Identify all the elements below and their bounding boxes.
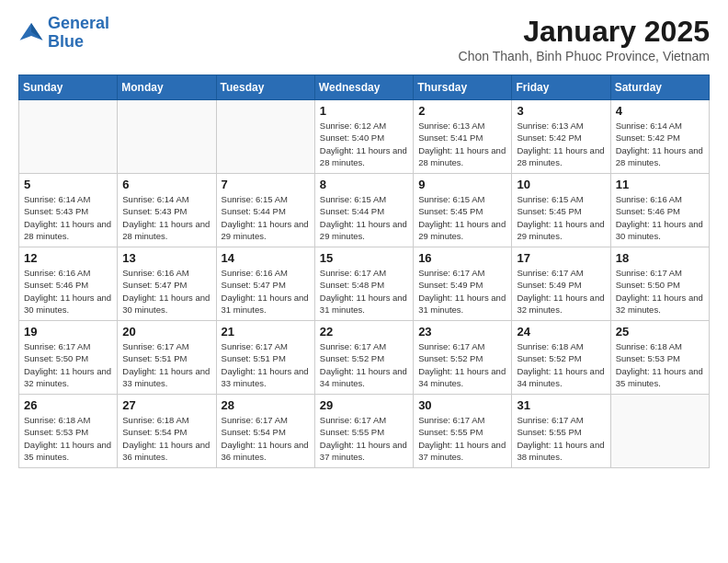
day-number: 18 <box>616 251 704 265</box>
page-header: General Blue January 2025 Chon Thanh, Bi… <box>18 15 710 63</box>
week-row-3: 12Sunrise: 6:16 AM Sunset: 5:46 PM Dayli… <box>19 247 710 321</box>
day-info: Sunrise: 6:13 AM Sunset: 5:42 PM Dayligh… <box>517 120 605 168</box>
day-number: 12 <box>24 251 112 265</box>
day-info: Sunrise: 6:17 AM Sunset: 5:55 PM Dayligh… <box>517 414 605 463</box>
calendar-cell: 10Sunrise: 6:15 AM Sunset: 5:45 PM Dayli… <box>512 174 610 247</box>
week-row-4: 19Sunrise: 6:17 AM Sunset: 5:50 PM Dayli… <box>19 321 710 395</box>
day-number: 13 <box>122 251 210 265</box>
day-info: Sunrise: 6:14 AM Sunset: 5:43 PM Dayligh… <box>24 193 112 242</box>
day-info: Sunrise: 6:17 AM Sunset: 5:51 PM Dayligh… <box>122 340 210 389</box>
day-info: Sunrise: 6:17 AM Sunset: 5:50 PM Dayligh… <box>616 267 704 316</box>
day-info: Sunrise: 6:15 AM Sunset: 5:45 PM Dayligh… <box>418 193 506 242</box>
header-tuesday: Tuesday <box>216 75 314 100</box>
week-row-5: 26Sunrise: 6:18 AM Sunset: 5:53 PM Dayli… <box>19 395 710 468</box>
calendar-cell <box>216 100 314 174</box>
calendar-cell <box>610 395 709 468</box>
calendar-cell: 26Sunrise: 6:18 AM Sunset: 5:53 PM Dayli… <box>19 395 118 468</box>
day-info: Sunrise: 6:17 AM Sunset: 5:55 PM Dayligh… <box>418 414 506 463</box>
calendar-cell: 23Sunrise: 6:17 AM Sunset: 5:52 PM Dayli… <box>414 321 512 395</box>
calendar-cell: 9Sunrise: 6:15 AM Sunset: 5:45 PM Daylig… <box>414 174 512 247</box>
day-info: Sunrise: 6:16 AM Sunset: 5:47 PM Dayligh… <box>222 267 310 316</box>
calendar-cell: 24Sunrise: 6:18 AM Sunset: 5:52 PM Dayli… <box>512 321 610 395</box>
day-number: 17 <box>517 251 605 265</box>
calendar-cell: 17Sunrise: 6:17 AM Sunset: 5:49 PM Dayli… <box>512 247 610 321</box>
day-info: Sunrise: 6:15 AM Sunset: 5:44 PM Dayligh… <box>320 193 408 242</box>
calendar-cell: 30Sunrise: 6:17 AM Sunset: 5:55 PM Dayli… <box>414 395 512 468</box>
day-info: Sunrise: 6:14 AM Sunset: 5:42 PM Dayligh… <box>616 120 704 168</box>
day-info: Sunrise: 6:18 AM Sunset: 5:52 PM Dayligh… <box>517 340 605 389</box>
month-title: January 2025 <box>459 15 710 49</box>
calendar-cell: 31Sunrise: 6:17 AM Sunset: 5:55 PM Dayli… <box>512 395 610 468</box>
calendar-cell: 8Sunrise: 6:15 AM Sunset: 5:44 PM Daylig… <box>314 174 413 247</box>
title-block: January 2025 Chon Thanh, Binh Phuoc Prov… <box>459 15 710 63</box>
day-info: Sunrise: 6:15 AM Sunset: 5:45 PM Dayligh… <box>517 193 605 242</box>
day-info: Sunrise: 6:17 AM Sunset: 5:52 PM Dayligh… <box>320 340 408 389</box>
header-friday: Friday <box>512 75 610 100</box>
day-number: 15 <box>320 251 408 265</box>
day-number: 21 <box>222 325 310 339</box>
day-number: 4 <box>616 104 704 118</box>
day-number: 16 <box>418 251 506 265</box>
calendar-cell: 4Sunrise: 6:14 AM Sunset: 5:42 PM Daylig… <box>610 100 709 174</box>
day-number: 8 <box>320 178 408 191</box>
header-wednesday: Wednesday <box>314 75 413 100</box>
day-number: 25 <box>616 325 704 339</box>
day-number: 7 <box>222 178 310 191</box>
calendar-cell: 28Sunrise: 6:17 AM Sunset: 5:54 PM Dayli… <box>216 395 314 468</box>
calendar-cell: 2Sunrise: 6:13 AM Sunset: 5:41 PM Daylig… <box>414 100 512 174</box>
calendar-cell: 18Sunrise: 6:17 AM Sunset: 5:50 PM Dayli… <box>610 247 709 321</box>
logo-icon <box>18 20 44 46</box>
day-info: Sunrise: 6:15 AM Sunset: 5:44 PM Dayligh… <box>222 193 310 242</box>
day-info: Sunrise: 6:16 AM Sunset: 5:46 PM Dayligh… <box>616 193 704 242</box>
day-number: 14 <box>222 251 310 265</box>
header-sunday: Sunday <box>19 75 118 100</box>
calendar-cell: 5Sunrise: 6:14 AM Sunset: 5:43 PM Daylig… <box>19 174 118 247</box>
calendar-cell: 19Sunrise: 6:17 AM Sunset: 5:50 PM Dayli… <box>19 321 118 395</box>
day-number: 10 <box>517 178 605 191</box>
day-number: 1 <box>320 104 408 118</box>
day-number: 6 <box>122 178 210 191</box>
day-number: 19 <box>24 325 112 339</box>
calendar-cell: 15Sunrise: 6:17 AM Sunset: 5:48 PM Dayli… <box>314 247 413 321</box>
day-info: Sunrise: 6:16 AM Sunset: 5:47 PM Dayligh… <box>122 267 210 316</box>
week-row-2: 5Sunrise: 6:14 AM Sunset: 5:43 PM Daylig… <box>19 174 710 247</box>
day-number: 28 <box>222 398 310 412</box>
header-saturday: Saturday <box>610 75 709 100</box>
day-number: 20 <box>122 325 210 339</box>
calendar-cell: 12Sunrise: 6:16 AM Sunset: 5:46 PM Dayli… <box>19 247 118 321</box>
day-info: Sunrise: 6:12 AM Sunset: 5:40 PM Dayligh… <box>320 120 408 168</box>
calendar-cell <box>19 100 118 174</box>
calendar-cell: 1Sunrise: 6:12 AM Sunset: 5:40 PM Daylig… <box>314 100 413 174</box>
day-number: 27 <box>122 398 210 412</box>
day-number: 30 <box>418 398 506 412</box>
day-number: 26 <box>24 398 112 412</box>
week-row-1: 1Sunrise: 6:12 AM Sunset: 5:40 PM Daylig… <box>19 100 710 174</box>
day-info: Sunrise: 6:14 AM Sunset: 5:43 PM Dayligh… <box>122 193 210 242</box>
day-info: Sunrise: 6:18 AM Sunset: 5:54 PM Dayligh… <box>122 414 210 463</box>
calendar-cell: 3Sunrise: 6:13 AM Sunset: 5:42 PM Daylig… <box>512 100 610 174</box>
calendar-cell <box>118 100 216 174</box>
calendar-cell: 6Sunrise: 6:14 AM Sunset: 5:43 PM Daylig… <box>118 174 216 247</box>
day-info: Sunrise: 6:17 AM Sunset: 5:55 PM Dayligh… <box>320 414 408 463</box>
header-thursday: Thursday <box>414 75 512 100</box>
day-info: Sunrise: 6:17 AM Sunset: 5:49 PM Dayligh… <box>517 267 605 316</box>
calendar-cell: 7Sunrise: 6:15 AM Sunset: 5:44 PM Daylig… <box>216 174 314 247</box>
calendar-cell: 13Sunrise: 6:16 AM Sunset: 5:47 PM Dayli… <box>118 247 216 321</box>
day-number: 22 <box>320 325 408 339</box>
day-info: Sunrise: 6:17 AM Sunset: 5:48 PM Dayligh… <box>320 267 408 316</box>
calendar-cell: 14Sunrise: 6:16 AM Sunset: 5:47 PM Dayli… <box>216 247 314 321</box>
day-number: 2 <box>418 104 506 118</box>
day-number: 29 <box>320 398 408 412</box>
calendar-table: SundayMondayTuesdayWednesdayThursdayFrid… <box>18 75 710 468</box>
day-info: Sunrise: 6:17 AM Sunset: 5:50 PM Dayligh… <box>24 340 112 389</box>
day-info: Sunrise: 6:17 AM Sunset: 5:54 PM Dayligh… <box>222 414 310 463</box>
location-subtitle: Chon Thanh, Binh Phuoc Province, Vietnam <box>459 49 710 63</box>
day-number: 3 <box>517 104 605 118</box>
day-number: 24 <box>517 325 605 339</box>
calendar-header-row: SundayMondayTuesdayWednesdayThursdayFrid… <box>19 75 710 100</box>
calendar-cell: 16Sunrise: 6:17 AM Sunset: 5:49 PM Dayli… <box>414 247 512 321</box>
day-info: Sunrise: 6:17 AM Sunset: 5:52 PM Dayligh… <box>418 340 506 389</box>
day-info: Sunrise: 6:17 AM Sunset: 5:51 PM Dayligh… <box>222 340 310 389</box>
calendar-cell: 21Sunrise: 6:17 AM Sunset: 5:51 PM Dayli… <box>216 321 314 395</box>
header-monday: Monday <box>118 75 216 100</box>
